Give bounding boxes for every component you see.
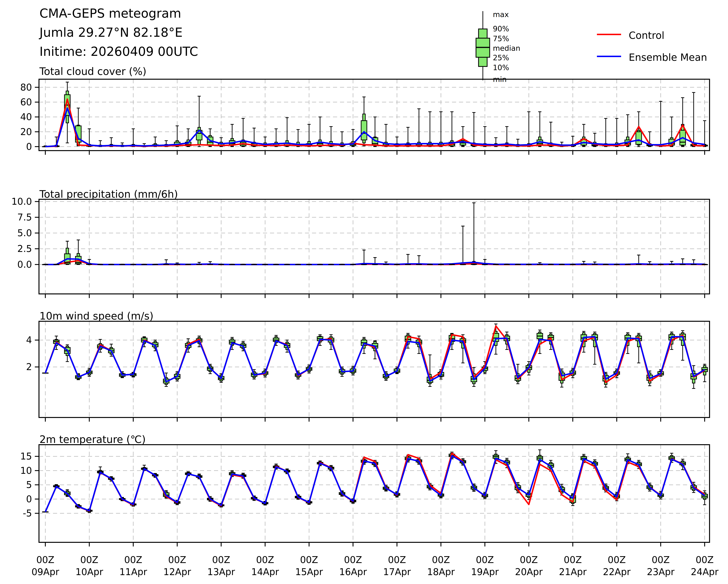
panel-title-precip: Total precipitation (mm/6h) [40,189,178,200]
panel-title-cloud: Total cloud cover (%) [40,66,146,77]
meteogram-chart: 0204060800.02.55.07.510.024-505101500Z09… [0,0,728,584]
precip-ytick-label: 2.5 [17,243,32,254]
xtick-hour: 00Z [300,554,318,565]
legend-label-25pct: 25% [493,54,509,61]
legend-label-75pct: 75% [493,35,509,42]
xtick-date: 10Apr [75,566,103,577]
panel-title-wind: 10m wind speed (m/s) [40,311,154,322]
xtick-date: 22Apr [603,566,631,577]
wind-ytick-label: 2 [26,362,32,372]
precip-boxplots [43,203,707,265]
xtick-hour: 00Z [608,554,626,565]
legend-label-min: min [493,76,507,83]
xtick-date: 09Apr [31,566,59,577]
xtick-hour: 00Z [388,554,406,565]
xtick-date: 15Apr [295,566,323,577]
temp-ytick-label: -5 [23,508,32,519]
cloud-ytick-label: 20 [20,127,32,137]
cloud-boxplots [43,82,707,147]
meteogram-figure: 0204060800.02.55.07.510.024-505101500Z09… [0,0,728,584]
xtick-date: 12Apr [163,566,191,577]
temp-ytick-label: 10 [20,465,32,476]
xtick-hour: 00Z [696,554,714,565]
station-location: Jumla 29.27°N 82.18°E [40,25,183,40]
wind-boxplots [43,324,707,389]
xtick-date: 18Apr [427,566,455,577]
temp-boxplots [43,450,707,512]
xtick-hour: 00Z [124,554,142,565]
xtick-date: 17Apr [383,566,411,577]
panel-precip: 0.02.55.07.510.0 [11,196,709,298]
xtick-hour: 00Z [80,554,99,565]
legend-label-10pct: 10% [493,64,509,71]
precip-ytick-label: 10.0 [11,196,32,207]
legend-box-glyph [476,11,490,80]
xtick-hour: 00Z [564,554,582,565]
legend-label-max: max [493,11,509,18]
panel-temp: -5051015 [20,445,709,547]
page-title: CMA-GEPS meteogram [40,6,181,21]
temp-ytick-label: 0 [26,494,32,504]
legend-ensemble-line-swatch [597,56,621,57]
xtick-hour: 00Z [168,554,186,565]
panel-title-temp: 2m temperature (℃) [40,434,146,445]
cloud-ytick-label: 80 [20,82,32,93]
xtick-hour: 00Z [520,554,538,565]
init-time: Initime: 20260409 00UTC [40,45,198,59]
xtick-date: 14Apr [251,566,279,577]
legend-control-line-swatch [597,34,621,35]
xtick-date: 19Apr [471,566,499,577]
legend-label-90pct: 90% [493,25,509,32]
cloud-ytick-label: 60 [20,97,32,107]
xtick-date: 24Apr [691,566,719,577]
precip-ytick-label: 7.5 [17,212,32,223]
x-axis-labels: 00Z09Apr00Z10Apr00Z11Apr00Z12Apr00Z13Apr… [31,554,719,577]
wind-ytick-label: 4 [26,335,32,345]
temp-control-line [45,453,705,512]
legend-ensemble-label: Ensemble Mean [629,52,707,62]
precip-ytick-label: 5.0 [17,228,32,238]
cloud-ytick-label: 0 [26,141,32,152]
xtick-hour: 00Z [344,554,362,565]
cloud-ytick-label: 40 [20,111,32,122]
xtick-date: 11Apr [119,566,147,577]
xtick-hour: 00Z [432,554,450,565]
temp-ytick-label: 5 [26,479,32,490]
xtick-hour: 00Z [652,554,670,565]
xtick-hour: 00Z [212,554,230,565]
legend-label-median: median [493,45,520,52]
xtick-date: 23Apr [647,566,675,577]
panel-wind: 24 [26,321,709,422]
xtick-hour: 00Z [256,554,274,565]
xtick-date: 13Apr [207,566,235,577]
xtick-hour: 00Z [476,554,494,565]
xtick-date: 20Apr [515,566,543,577]
xtick-date: 21Apr [559,566,587,577]
temp-ytick-label: 15 [20,451,32,462]
legend-control-label: Control [629,30,665,41]
xtick-date: 16Apr [339,566,367,577]
precip-ytick-label: 0.0 [17,259,32,270]
xtick-hour: 00Z [36,554,54,565]
panel-cloud: 020406080 [20,79,709,155]
